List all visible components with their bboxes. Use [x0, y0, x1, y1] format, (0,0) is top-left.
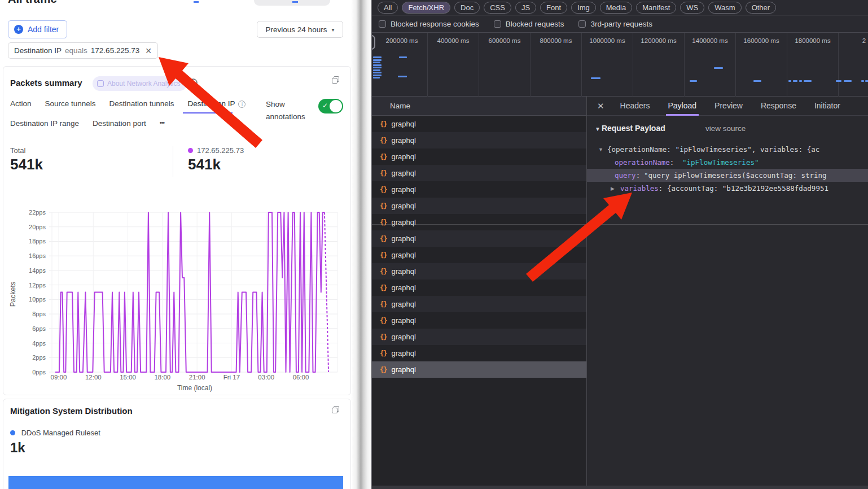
filter-chip[interactable]: Destination IP equals 172.65.225.73 ✕: [8, 42, 158, 59]
timeline-gridline: [838, 33, 839, 97]
details-tab-response[interactable]: Response: [761, 97, 796, 116]
time-range-label: Previous 24 hours: [266, 25, 327, 34]
request-payload-section[interactable]: ▼Request Payload: [595, 124, 665, 133]
details-tab-payload[interactable]: Payload: [668, 97, 697, 116]
waterfall-request-mark: [861, 80, 864, 82]
close-icon[interactable]: ✕: [597, 101, 604, 111]
tab-destination-ip-range[interactable]: Destination IP range: [10, 119, 79, 128]
series-dot-icon: [188, 148, 193, 153]
waterfall-request-mark: [398, 76, 407, 77]
request-row-graphql[interactable]: {}graphql: [372, 165, 586, 181]
tab-action[interactable]: Action: [10, 99, 32, 108]
network-filter-pill-css[interactable]: CSS: [484, 2, 511, 14]
request-row-graphql[interactable]: {}graphql: [372, 296, 586, 312]
devtools-network-panel: AllFetch/XHRDocCSSJSFontImgMediaManifest…: [371, 0, 868, 489]
svg-text:18:00: 18:00: [154, 374, 170, 381]
request-row-graphql[interactable]: {}graphql: [372, 198, 586, 214]
name-column-header[interactable]: Name: [372, 97, 586, 116]
network-filter-pill-manifest[interactable]: Manifest: [636, 2, 676, 14]
add-filter-button[interactable]: + Add filter: [8, 20, 67, 38]
screenshot-root: All traffic + Add filter Previous 24 hou…: [0, 0, 868, 489]
waterfall-request-mark: [373, 64, 382, 66]
waterfall-request-mark: [373, 75, 382, 76]
request-row-graphql[interactable]: {}graphql: [372, 132, 586, 149]
payload-row-query[interactable]: query "query ipFlowTimeseries($accountTa…: [587, 169, 868, 182]
mitigation-distribution-bar[interactable]: [8, 476, 343, 489]
request-row-graphql[interactable]: {}graphql: [372, 181, 586, 198]
network-filter-pill-wasm[interactable]: Wasm: [708, 2, 741, 14]
svg-text:18pps: 18pps: [29, 238, 46, 244]
timeline-gridline: [633, 33, 633, 97]
checkbox-box-icon[interactable]: [578, 20, 586, 28]
payload-row-operationName: operationName "ipFlowTimeseries": [587, 156, 868, 169]
expand-triangle-icon[interactable]: ▶: [611, 182, 615, 195]
request-row-graphql[interactable]: {}graphql: [372, 345, 586, 361]
about-network-analytics-badge[interactable]: About Network Analytics: [93, 76, 187, 91]
network-timeline-overview[interactable]: 200000 ms400000 ms600000 ms800000 ms1000…: [372, 32, 868, 97]
request-row-graphql[interactable]: {}graphql: [372, 312, 586, 329]
request-row-graphql[interactable]: {}graphql: [372, 263, 586, 280]
request-row-graphql[interactable]: {}graphql: [372, 149, 586, 165]
time-range-dropdown[interactable]: Previous 24 hours ▾: [257, 21, 343, 38]
json-request-icon: {}: [380, 350, 387, 357]
network-filter-pill-font[interactable]: Font: [540, 2, 567, 14]
timeline-tick-label: 1000000 ms: [582, 37, 633, 44]
network-filter-pill-media[interactable]: Media: [600, 2, 632, 14]
waterfall-request-mark: [788, 80, 791, 82]
collapse-triangle-icon[interactable]: ▼: [595, 126, 600, 132]
network-filter-pill-js[interactable]: JS: [515, 2, 536, 14]
view-source-link[interactable]: view source: [705, 124, 746, 133]
collapse-triangle-icon[interactable]: ▼: [598, 143, 603, 156]
tab-destination-port[interactable]: Destination port: [93, 119, 146, 128]
checkbox-blocked-requests[interactable]: Blocked requests: [494, 20, 564, 28]
tab-destination-ip[interactable]: Destination IPi: [187, 99, 246, 108]
json-request-icon: {}: [380, 317, 387, 325]
svg-text:16pps: 16pps: [29, 252, 46, 259]
waterfall-request-mark: [373, 77, 380, 78]
show-annotations-toggle[interactable]: ✓: [318, 99, 343, 113]
payload-preview-line[interactable]: ▼ {operationName: "ipFlowTimeseries", va…: [587, 143, 868, 156]
expand-card-icon[interactable]: [332, 76, 339, 84]
json-request-icon: {}: [380, 153, 387, 161]
payload-row-variables[interactable]: ▶ variables {accountTag: "b12e3b2192ee55…: [587, 182, 868, 195]
details-tab-initiator[interactable]: Initiator: [814, 97, 840, 116]
checkbox-blocked-response-cookies[interactable]: Blocked response cookies: [379, 20, 479, 28]
waterfall-request-mark: [373, 67, 382, 68]
tab-destination-tunnels[interactable]: Destination tunnels: [109, 99, 174, 108]
network-filter-pill-img[interactable]: Img: [571, 2, 596, 14]
details-tab-headers[interactable]: Headers: [620, 97, 650, 116]
request-row-graphql[interactable]: {}graphql: [372, 214, 586, 230]
request-row-graphql[interactable]: {}graphql: [372, 230, 586, 247]
json-request-icon: {}: [380, 333, 387, 341]
waterfall-request-mark: [373, 56, 382, 58]
expand-card-icon[interactable]: [332, 406, 339, 413]
remove-filter-icon[interactable]: ✕: [145, 46, 152, 55]
waterfall-request-mark: [793, 80, 797, 82]
details-tab-preview[interactable]: Preview: [714, 97, 743, 116]
request-row-graphql[interactable]: {}graphql: [372, 247, 586, 263]
network-filter-pill-fetch-xhr[interactable]: Fetch/XHR: [402, 2, 450, 14]
request-type-filter-bar: AllFetch/XHRDocCSSJSFontImgMediaManifest…: [372, 0, 868, 16]
svg-text:Packets: Packets: [9, 282, 17, 307]
request-row-graphql[interactable]: {}graphql: [372, 116, 586, 132]
network-filter-pill-all[interactable]: All: [378, 2, 398, 14]
more-tabs-ellipsis[interactable]: •••: [160, 119, 165, 128]
checkbox-box-icon[interactable]: [379, 20, 386, 28]
timeline-gridline: [427, 33, 428, 97]
request-row-graphql[interactable]: {}graphql: [372, 361, 586, 378]
request-row-graphql[interactable]: {}graphql: [372, 329, 586, 345]
waterfall-request-mark: [591, 77, 600, 79]
network-filter-pill-doc[interactable]: Doc: [454, 2, 480, 14]
network-filter-pill-other[interactable]: Other: [746, 2, 777, 14]
json-request-icon: {}: [380, 284, 387, 292]
svg-text:12:00: 12:00: [85, 374, 102, 381]
checkbox-3rd-party-requests[interactable]: 3rd-party requests: [578, 20, 652, 28]
request-row-graphql[interactable]: {}graphql: [372, 280, 586, 296]
checkbox-box-icon[interactable]: [494, 20, 501, 28]
history-clock-icon[interactable]: [188, 78, 198, 88]
add-filter-label: Add filter: [28, 25, 59, 34]
network-filter-pill-ws[interactable]: WS: [680, 2, 704, 14]
json-request-icon: {}: [380, 251, 387, 259]
tab-source-tunnels[interactable]: Source tunnels: [45, 99, 96, 108]
packets-timeseries-chart[interactable]: 0pps2pps4pps6pps8pps10pps12pps14pps16pps…: [5, 204, 350, 393]
